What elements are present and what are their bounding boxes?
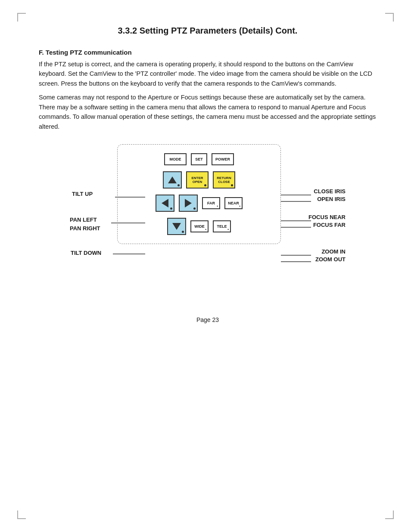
label-zoom-out: ZOOM OUT [315, 256, 346, 263]
keyboard-row-1: MODE SET POWER [126, 153, 272, 165]
enter-label: ENTER [191, 176, 203, 180]
open-label: OPEN [193, 180, 202, 184]
tilt-down-arrow [172, 223, 181, 230]
section-heading: F. Testing PTZ communication [39, 49, 377, 56]
tilt-up-button[interactable] [163, 171, 182, 189]
pan-left-arrow [162, 199, 168, 207]
mode-button[interactable]: MODE [164, 153, 187, 165]
pan-left-button[interactable] [156, 195, 174, 212]
pan-right-arrow [185, 199, 192, 207]
page-title: 3.3.2 Setting PTZ Parameters (Details) C… [39, 26, 377, 36]
set-button[interactable]: SET [191, 153, 207, 165]
label-pan-right: PAN RIGHT [70, 225, 100, 232]
corner-mark-br [385, 510, 394, 519]
enter-open-button[interactable]: ENTER OPEN [186, 171, 209, 189]
keyboard-row-4: WIDE TELE [126, 218, 272, 235]
label-focus-far: FOCUS FAR [313, 222, 346, 228]
return-label: RETURN [217, 176, 231, 180]
tilt-down-button[interactable] [167, 218, 186, 235]
body-paragraph-2: Some cameras may not respond to the Aper… [39, 93, 377, 131]
corner-mark-bl [17, 510, 26, 519]
pan-left-dot [170, 207, 172, 210]
page-container: 3.3.2 Setting PTZ Parameters (Details) C… [0, 0, 411, 532]
page-number: Page 23 [39, 316, 377, 323]
label-tilt-down: TILT DOWN [71, 250, 101, 256]
tilt-up-dot [177, 184, 180, 186]
enter-dot [204, 184, 206, 186]
label-pan-left: PAN LEFT [70, 217, 97, 223]
wide-button[interactable]: WIDE [190, 220, 209, 232]
keyboard-row-2: ENTER OPEN RETURN CLOSE [126, 171, 272, 189]
keyboard-outline: MODE SET POWER ENTER OPEN RETURN CLOSE [117, 144, 281, 244]
label-open-iris: OPEN IRIS [317, 196, 346, 202]
label-tilt-up: TILT UP [72, 191, 93, 197]
label-focus-near: FOCUS NEAR [308, 214, 346, 220]
label-zoom-in: ZOOM IN [321, 248, 346, 255]
keyboard-row-3: FAR NEAR [126, 195, 272, 212]
close-label: CLOSE [218, 180, 230, 184]
label-close-iris: CLOSE IRIS [314, 188, 346, 195]
corner-mark-tl [17, 13, 26, 22]
pan-right-button[interactable] [179, 195, 198, 212]
return-dot [231, 184, 233, 186]
body-paragraph-1: If the PTZ setup is correct, and the cam… [39, 59, 377, 88]
tilt-up-arrow [168, 176, 177, 183]
corner-mark-tr [385, 13, 394, 22]
return-close-button[interactable]: RETURN CLOSE [213, 171, 235, 189]
near-button[interactable]: NEAR [224, 197, 243, 209]
pan-right-dot [193, 207, 196, 210]
tele-button[interactable]: TELE [213, 220, 231, 232]
tilt-down-dot [182, 231, 184, 233]
power-button[interactable]: POWER [212, 153, 234, 165]
far-button[interactable]: FAR [202, 197, 220, 209]
diagram-container: TILT UP PAN LEFT PAN RIGHT TILT DOWN CLO… [70, 144, 346, 291]
